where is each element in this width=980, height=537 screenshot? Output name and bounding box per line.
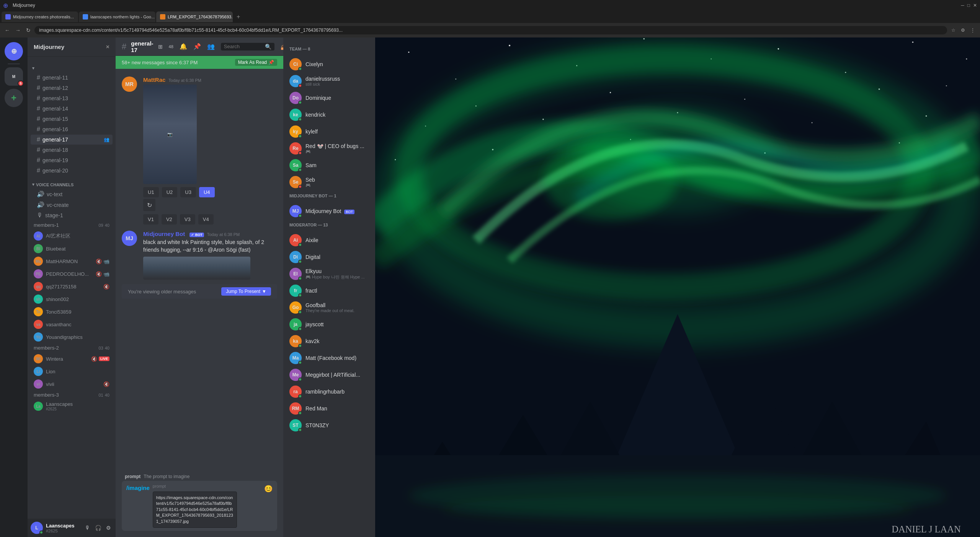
member-danielruss[interactable]: da danielrussruss still sick — [286, 73, 372, 90]
message-image-partial[interactable] — [143, 257, 250, 280]
message-author[interactable]: MattRac — [143, 76, 165, 83]
refresh-image-btn[interactable]: ↻ — [143, 199, 155, 211]
vc-create-channel[interactable]: 🔊 vc-create — [31, 200, 113, 210]
member-digital[interactable]: Di Digital — [286, 249, 372, 265]
emoji-btn[interactable]: 😊 — [264, 484, 273, 493]
discord-tab-close[interactable]: ✕ — [78, 15, 78, 19]
extensions-btn[interactable]: ⚙ — [959, 26, 967, 34]
stage-1-channel[interactable]: 🎙 stage-1 — [31, 210, 113, 220]
add-server-btn[interactable]: + — [5, 89, 23, 107]
member-pedro[interactable]: PE PEDROCOELHO... 🔇 📹 — [31, 268, 113, 280]
settings-btn[interactable]: ⚙ — [105, 523, 113, 532]
member-jayscott[interactable]: ja jayscott — [286, 316, 372, 333]
member-vivii[interactable]: vi vivii 🔇 — [31, 378, 113, 390]
channel-general-16[interactable]: # general-16 — [31, 124, 113, 134]
u3-btn[interactable]: U3 — [180, 187, 196, 197]
member-elkyuu[interactable]: El Elkyuu 🎮 Hype boy 나띤 원해 Hype ... — [286, 265, 372, 282]
member-laanscapes[interactable]: La Laanscapes #2625 — [31, 400, 113, 413]
member-goofball[interactable]: Go Goofball They're made out of meat. — [286, 299, 372, 316]
member-st0n3zy[interactable]: ST ST0N3ZY — [286, 417, 372, 434]
channel-general-15[interactable]: # general-15 — [31, 114, 113, 124]
u2-btn[interactable]: U2 — [162, 187, 178, 197]
message-author-bot[interactable]: Midjourney Bot — [143, 231, 185, 237]
v3-btn[interactable]: V3 — [180, 214, 195, 225]
member-kendrick[interactable]: ke kendrick — [286, 106, 372, 123]
google-browser-tab[interactable]: laanscapes northern lights - Goo... ✕ — [79, 11, 155, 22]
channel-general-11[interactable]: # general-11 — [31, 73, 113, 83]
inbox-btn[interactable]: 📥 — [281, 43, 283, 50]
mark-as-read-btn[interactable]: Mark As Read 📌 — [235, 59, 277, 66]
new-tab-btn[interactable]: + — [234, 12, 243, 22]
member-mj-bot[interactable]: MJ Midjourney Bot BOT — [286, 203, 372, 220]
member-wintera[interactable]: Wi Wintera 🔇 LIVE — [31, 353, 113, 365]
channel-general-12[interactable]: # general-12 — [31, 83, 113, 93]
member-meggirbot[interactable]: Me Meggirbot | ARTificial... — [286, 366, 372, 383]
u1-btn[interactable]: U1 — [143, 187, 159, 197]
headset-btn[interactable]: 🎧 — [93, 523, 103, 532]
member-red-man[interactable]: RM Red Man — [286, 400, 372, 417]
server-icon-1[interactable]: M 5 — [5, 67, 23, 86]
member-bluebeat[interactable]: Bl Bluebeat — [31, 242, 113, 255]
jump-to-present-btn[interactable]: Jump To Present ▼ — [221, 287, 271, 296]
new-messages-bar[interactable]: 58+ new messages since 6:37 PM Mark As R… — [116, 56, 283, 69]
member-tonci[interactable]: To Tonci53859 — [31, 306, 113, 318]
discord-browser-tab[interactable]: Midjourney creates photorealis... ✕ — [2, 11, 78, 22]
home-server-icon[interactable]: ⊕ — [5, 42, 23, 60]
back-btn[interactable]: ← — [3, 26, 11, 35]
mic-btn[interactable]: 🎙 — [83, 523, 92, 532]
img-browser-tab[interactable]: LRM_EXPORT_17643678795693... ✕ — [156, 11, 233, 22]
member-youandi[interactable]: Yo Youandigraphics — [31, 331, 113, 343]
member-shinon[interactable]: sh shinon002 — [31, 293, 113, 305]
category-header-text[interactable]: ▾ — [31, 66, 113, 71]
member-dominique[interactable]: Do Dominique — [286, 90, 372, 106]
prompt-text[interactable]: https://images.squarespace-cdn.com/conte… — [156, 495, 234, 524]
search-input[interactable] — [224, 44, 263, 49]
member-matt-fb[interactable]: Ma Matt (Facebook mod) — [286, 350, 372, 366]
message-image[interactable]: 📷 — [143, 85, 197, 184]
minimize-btn[interactable]: ─ — [961, 3, 964, 8]
maximize-btn[interactable]: □ — [967, 3, 970, 8]
member-aixile[interactable]: Ai Aixile — [286, 232, 372, 249]
member-kylelf[interactable]: ky kylelf — [286, 123, 372, 140]
u4-btn[interactable]: U4 — [199, 187, 215, 197]
channel-general-18[interactable]: # general-18 — [31, 145, 113, 155]
member-kav2k[interactable]: ka kav2k — [286, 333, 372, 350]
more-btn[interactable]: ⋮ — [969, 26, 977, 34]
vc-text-channel[interactable]: 🔊 vc-text — [31, 189, 113, 199]
channel-general-13[interactable]: # general-13 — [31, 93, 113, 103]
member-seb[interactable]: Se Seb 🎮 — [286, 174, 372, 190]
forward-btn[interactable]: → — [14, 26, 22, 35]
url-bar[interactable] — [34, 26, 947, 34]
member-vasant[interactable]: va vasanthanc — [31, 318, 113, 330]
members-2-header[interactable]: members-2 0340 — [31, 343, 113, 352]
bookmark-btn[interactable]: ☆ — [949, 26, 957, 34]
member-qq[interactable]: qq qq271725158 🔇 — [31, 280, 113, 293]
v4-btn[interactable]: V4 — [198, 214, 214, 225]
member-fractl[interactable]: fr fractl — [286, 282, 372, 299]
server-header[interactable]: Midjourney ✕ — [28, 37, 116, 57]
close-btn[interactable]: ✕ — [973, 3, 977, 8]
members-1-counts: 0940 — [99, 223, 110, 228]
member-cixelyn[interactable]: Ci Cixelyn — [286, 56, 372, 73]
member-sam[interactable]: Sa Sam — [286, 157, 372, 174]
member-ramblingrhubarb[interactable]: ra ramblingrhubarb — [286, 383, 372, 400]
member-lion[interactable]: Li Lion — [31, 365, 113, 378]
chat-input-area: prompt The prompt to imagine /imagine pr… — [116, 469, 283, 537]
members-panel-btn[interactable]: 👥 — [207, 43, 215, 50]
member-ai[interactable]: AI AI艺术社区 — [31, 230, 113, 242]
channel-general-19[interactable]: # general-19 — [31, 155, 113, 165]
pin-btn[interactable]: 📌 — [193, 43, 201, 50]
channel-general-17[interactable]: # general-17 👥 — [31, 135, 113, 145]
v2-btn[interactable]: V2 — [162, 214, 177, 225]
status-dot — [298, 243, 302, 247]
notification-btn[interactable]: 🔔 — [180, 43, 187, 50]
v1-btn[interactable]: V1 — [143, 214, 158, 225]
members-1-header[interactable]: members-1 0940 — [31, 221, 113, 229]
voice-category-header[interactable]: ▾ VOICE CHANNELS — [31, 182, 113, 187]
channel-general-14[interactable]: # general-14 — [31, 104, 113, 114]
member-red-ceo[interactable]: Re Red 🐭 | CEO of bugs ... 🎮 — [286, 140, 372, 157]
refresh-browser-btn[interactable]: ↻ — [24, 26, 32, 35]
member-mattharmon[interactable]: Ma MattHARMON 🔇 📹 — [31, 255, 113, 267]
channel-general-20[interactable]: # general-20 — [31, 166, 113, 176]
members-3-header[interactable]: members-3 0140 — [31, 391, 113, 399]
